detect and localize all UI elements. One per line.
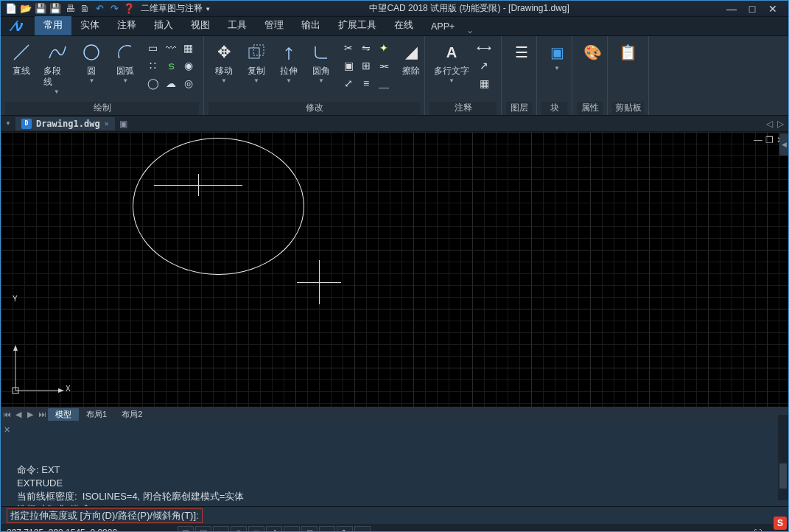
polar-toggle[interactable]: ◉ (231, 526, 247, 532)
document-tab-label: Drawing1.dwg (36, 119, 100, 129)
move-tool[interactable]: ✥ 移动▼ (208, 39, 239, 85)
cmd-close-icon[interactable]: ✕ (4, 423, 10, 436)
doc-tab-prev[interactable]: ◁ (766, 119, 773, 129)
join-icon[interactable]: ⫘ (376, 58, 391, 73)
dim-icon[interactable]: ⟷ (477, 41, 491, 55)
copy-tool[interactable]: 复制▼ (241, 39, 272, 85)
line-tool[interactable]: 直线 (5, 39, 38, 78)
revcloud-icon[interactable]: ☁ (164, 76, 178, 91)
sheet-layout2[interactable]: 布局2 (114, 408, 150, 421)
vp-minimize-icon[interactable]: — (754, 135, 762, 145)
vp-restore-icon[interactable]: ❐ (765, 135, 774, 145)
cmd-scrollbar[interactable] (778, 415, 788, 500)
ortho-toggle[interactable]: ∟ (213, 526, 229, 532)
osnap-toggle[interactable]: □ (248, 526, 264, 532)
dyn-toggle[interactable]: ⊞ (301, 526, 318, 532)
stretch-tool[interactable]: 拉伸▼ (273, 39, 304, 85)
tab-annotate[interactable]: 注释 (108, 16, 145, 35)
block-tool[interactable]: ▣▼ (541, 39, 572, 73)
scale-icon[interactable]: ⤢ (341, 76, 356, 91)
mirror-icon[interactable]: ⇋ (359, 41, 374, 55)
sheet-prev[interactable]: ◀ (13, 410, 24, 419)
grid-toggle[interactable]: ▤ (195, 526, 211, 532)
doc-tab-dropdown[interactable]: ▼ (5, 120, 11, 127)
command-line[interactable]: 指定拉伸高度或 [方向(D)/路径(P)/倾斜角(T)]: (1, 506, 788, 524)
ellipse-icon[interactable]: ◯ (146, 76, 161, 91)
mtext-tool[interactable]: A 多行文字▼ (429, 39, 474, 85)
donut-icon[interactable]: ◎ (181, 76, 196, 91)
array-icon[interactable]: ⊞ (359, 58, 374, 73)
tab-ext[interactable]: 扩展工具 (329, 16, 385, 35)
tab-solid[interactable]: 实体 (71, 16, 108, 35)
command-input[interactable] (204, 510, 782, 521)
hatch-icon[interactable]: ▦ (181, 41, 196, 55)
sheet-last[interactable]: ⏭ (36, 410, 48, 419)
layer-tool[interactable]: ☰ (506, 39, 537, 66)
panel-modify-label: 修改 (208, 102, 420, 115)
ribbon-minimize-icon[interactable]: ⌄ (466, 25, 474, 35)
snap-toggle[interactable]: ▦ (178, 526, 194, 532)
tab-tools[interactable]: 工具 (219, 16, 256, 35)
right-panel-toggle[interactable]: ◀ (779, 133, 788, 155)
saveall-icon[interactable]: 💾 (49, 3, 61, 15)
tab-manage[interactable]: 管理 (256, 16, 292, 35)
doc-tab-next[interactable]: ▷ (777, 119, 784, 129)
point-icon[interactable]: ∷ (146, 58, 161, 73)
app-logo[interactable]: ∕ν (1, 17, 35, 35)
tab-home[interactable]: 常用 (35, 16, 71, 35)
sheet-model[interactable]: 模型 (48, 408, 79, 421)
fullscreen-icon[interactable]: ⛶ (750, 526, 765, 532)
arc-tool[interactable]: 圆弧▼ (109, 39, 141, 85)
new-file-icon[interactable]: 📄 (5, 3, 17, 15)
align-icon[interactable]: ≡ (359, 76, 374, 91)
document-tab[interactable]: D Drawing1.dwg ✕ (15, 117, 115, 130)
open-folder-icon[interactable]: 📂 (20, 3, 32, 15)
circle-tool[interactable]: 圆▼ (75, 39, 108, 85)
tab-view[interactable]: 视图 (182, 16, 219, 35)
close-button[interactable]: ✕ (766, 3, 779, 15)
tab-app[interactable]: APP+ (422, 18, 463, 35)
offset-icon[interactable]: ▣ (341, 58, 356, 73)
preview-icon[interactable]: 🗎 (79, 3, 91, 15)
workspace-selector[interactable]: 二维草图与注释 ▼ (141, 2, 211, 15)
sheet-next[interactable]: ▶ (24, 410, 36, 419)
print-icon[interactable]: 🖶 (64, 3, 76, 15)
cycling-toggle[interactable]: ↻ (337, 526, 353, 532)
properties-tool[interactable]: 🎨 (577, 39, 608, 66)
break-icon[interactable]: ⸏ (376, 76, 391, 91)
table-icon[interactable]: ▦ (477, 76, 491, 91)
undo-icon[interactable]: ↶ (94, 3, 105, 15)
minimize-button[interactable]: — (725, 3, 738, 15)
sheet-first[interactable]: ⏮ (1, 410, 13, 419)
lwt-toggle[interactable]: ≡ (284, 526, 300, 532)
drawing-circle[interactable] (133, 138, 304, 275)
leader-icon[interactable]: ↗ (477, 58, 491, 73)
helix-icon[interactable]: ട (164, 58, 178, 73)
explode-icon[interactable]: ✦ (376, 41, 391, 55)
save-icon[interactable]: 💾 (35, 3, 46, 15)
modify-more-tools[interactable]: ✂ ⇋ ✦ ▣ ⊞ ⫘ ⤢ ≡ ⸏ (338, 39, 394, 92)
redo-icon[interactable]: ↷ (108, 3, 120, 15)
spline-icon[interactable]: 〰 (164, 41, 178, 55)
new-tab-icon[interactable]: ▣ (119, 119, 127, 129)
maximize-button[interactable]: □ (746, 3, 759, 15)
ime-indicator[interactable]: S (774, 517, 787, 530)
clipboard-tool[interactable]: 📋 (612, 39, 644, 66)
draw-more-tools[interactable]: ▭ 〰 ▦ ∷ ട ◉ ◯ ☁ ◎ (143, 39, 199, 92)
rect-icon[interactable]: ▭ (146, 41, 161, 55)
otrack-toggle[interactable]: ∠ (266, 526, 282, 532)
tab-online[interactable]: 在线 (385, 16, 422, 35)
sheet-layout1[interactable]: 布局1 (79, 408, 114, 421)
tab-insert[interactable]: 插入 (145, 16, 182, 35)
fillet-tool[interactable]: 圆角▼ (306, 39, 337, 85)
tab-output[interactable]: 输出 (292, 16, 329, 35)
polyline-tool[interactable]: 多段线▼ (39, 39, 74, 97)
erase-tool[interactable]: ◢ 擦除 (396, 39, 427, 78)
drawing-canvas[interactable]: — ❐ ✕ Y X (1, 132, 788, 407)
help-icon[interactable]: ❓ (123, 3, 135, 15)
close-tab-icon[interactable]: ✕ (105, 119, 109, 127)
region-icon[interactable]: ◉ (181, 58, 196, 73)
trim-icon[interactable]: ✂ (341, 41, 356, 55)
more-toggle[interactable]: ⋯ (354, 526, 371, 532)
model-toggle[interactable]: ▭ (319, 526, 335, 532)
